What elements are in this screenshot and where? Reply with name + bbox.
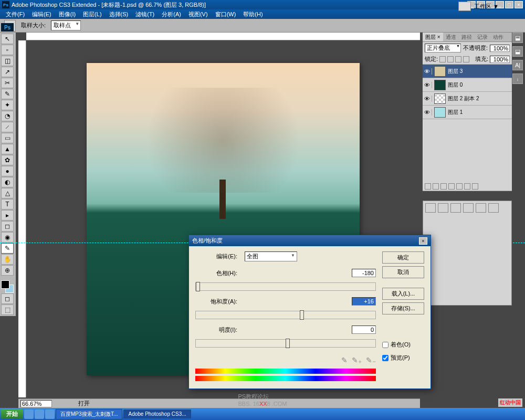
lightness-input[interactable]: 0 <box>352 326 376 334</box>
dialog-close-button[interactable]: × <box>419 237 427 245</box>
tool-zoom[interactable]: ⊕ <box>1 265 14 276</box>
tool-crop[interactable]: ✂ <box>1 78 14 88</box>
fill-input[interactable]: 100% <box>490 56 510 63</box>
menu-edit[interactable]: 编辑(E) <box>28 10 55 19</box>
tool-history-brush[interactable]: ▭ <box>1 133 14 143</box>
preview-checkbox[interactable] <box>382 355 388 361</box>
tool-shape[interactable]: ◻ <box>1 221 14 232</box>
tool-pen[interactable]: △ <box>1 188 14 198</box>
menu-help[interactable]: 帮助(H) <box>239 10 266 19</box>
layer-thumbnail[interactable] <box>434 66 446 77</box>
layer-mask-icon[interactable] <box>440 183 447 190</box>
layer-row[interactable]: 👁 图层 1 <box>423 106 512 119</box>
tool-marquee[interactable]: ▫ <box>1 45 14 55</box>
collapsed-panel-icon[interactable]: ⬓ <box>512 46 523 57</box>
tool-wand[interactable]: ↗ <box>1 67 14 77</box>
layer-row[interactable]: 👁 图层 2 副本 2 <box>423 92 512 106</box>
layer-style-icon[interactable] <box>433 183 439 190</box>
menu-select[interactable]: 选择(S) <box>106 10 132 19</box>
tool-stamp[interactable]: ⟋ <box>1 122 14 132</box>
hue-slider[interactable] <box>195 282 376 291</box>
colorize-checkbox[interactable] <box>382 342 388 348</box>
menu-image[interactable]: 图像(I) <box>55 10 79 19</box>
visibility-icon[interactable]: 👁 <box>423 82 432 88</box>
tool-blur[interactable]: ● <box>1 166 14 176</box>
visibility-icon[interactable]: 👁 <box>423 109 432 116</box>
menu-analysis[interactable]: 分析(A) <box>158 10 185 19</box>
eyedropper-icon[interactable]: ✎ <box>341 356 348 364</box>
zoom-field[interactable]: 66.67% <box>20 400 52 407</box>
dialog-titlebar[interactable]: 色相/饱和度 × <box>189 235 430 246</box>
tool-notes[interactable]: ◉ <box>1 232 14 243</box>
lightness-slider[interactable] <box>195 339 376 348</box>
load-button[interactable]: 载入(L)... <box>382 288 424 300</box>
tool-dodge[interactable]: ◐ <box>1 177 14 187</box>
layer-name[interactable]: 图层 1 <box>448 109 463 116</box>
tool-eraser[interactable]: ▲ <box>1 144 14 154</box>
foreground-color-swatch[interactable] <box>1 280 9 289</box>
tool-hand[interactable]: ✋ <box>1 254 14 265</box>
screen-mode-icon[interactable] <box>458 2 471 11</box>
taskbar-item[interactable]: Adobe Photoshop CS3... <box>123 410 191 418</box>
blend-mode-select[interactable]: 正片叠底 <box>425 44 461 52</box>
color-swatches[interactable] <box>1 280 14 293</box>
tab-layers[interactable]: 图层 × <box>423 33 443 41</box>
panel-icon[interactable] <box>438 203 448 213</box>
menu-layer[interactable]: 图层(L) <box>79 10 105 19</box>
tool-slice[interactable]: ✎ <box>1 89 14 99</box>
layer-name[interactable]: 图层 0 <box>448 81 463 89</box>
layer-thumbnail[interactable] <box>434 107 446 118</box>
layer-row[interactable]: 👁 图层 0 <box>423 78 512 92</box>
panel-icon[interactable] <box>425 203 436 213</box>
eyedropper-subtract-icon[interactable]: ✎₋ <box>366 356 376 364</box>
screen-mode-toggle[interactable]: ⬚ <box>1 304 14 315</box>
link-layers-icon[interactable] <box>425 183 431 190</box>
collapsed-panel-icon[interactable]: ⬓ <box>512 33 523 43</box>
menu-view[interactable]: 视图(V) <box>185 10 212 19</box>
tab-channels[interactable]: 通道 <box>443 33 459 41</box>
layer-row[interactable]: 👁 图层 3 <box>423 65 512 78</box>
tool-healing[interactable]: ✦ <box>1 100 14 110</box>
opacity-input[interactable]: 100% <box>490 45 510 52</box>
delete-layer-icon[interactable] <box>472 183 478 190</box>
workspace-select[interactable]: 工作区 ▼ <box>474 3 499 10</box>
lock-pixels-icon[interactable] <box>447 56 454 62</box>
quick-launch-icon[interactable] <box>45 410 55 419</box>
menu-file[interactable]: 文件(F) <box>2 10 28 19</box>
menu-filter[interactable]: 滤镜(T) <box>132 10 158 19</box>
save-button[interactable]: 存储(S)... <box>382 302 424 314</box>
layer-thumbnail[interactable] <box>434 93 446 104</box>
tool-type[interactable]: T <box>1 199 14 209</box>
visibility-icon[interactable]: 👁 <box>423 68 432 75</box>
tool-gradient[interactable]: ✿ <box>1 155 14 165</box>
panel-icon[interactable] <box>476 203 486 213</box>
doc-close-button[interactable]: × <box>514 1 523 8</box>
saturation-input[interactable]: +16 <box>352 297 376 306</box>
layer-thumbnail[interactable] <box>434 80 446 90</box>
quick-mask-toggle[interactable]: ◻ <box>1 293 14 304</box>
new-layer-icon[interactable] <box>464 183 470 190</box>
panel-icon[interactable] <box>488 203 499 213</box>
tab-history[interactable]: 记录 <box>475 33 490 41</box>
menu-window[interactable]: 窗口(W) <box>212 10 240 19</box>
panel-icon[interactable] <box>450 203 461 213</box>
doc-maximize-button[interactable]: □ <box>505 1 513 8</box>
eyedropper-add-icon[interactable]: ✎₊ <box>352 356 362 364</box>
layer-name[interactable]: 图层 3 <box>448 68 463 75</box>
tool-brush[interactable]: ◔ <box>1 111 14 121</box>
quick-launch-icon[interactable] <box>24 410 34 419</box>
adjustment-layer-icon[interactable] <box>448 183 455 190</box>
cancel-button[interactable]: 取消 <box>382 266 424 278</box>
lock-all-icon[interactable] <box>463 56 469 62</box>
lock-transparency-icon[interactable] <box>439 56 446 62</box>
layer-group-icon[interactable] <box>456 183 463 190</box>
tab-actions[interactable]: 动作 <box>490 33 506 41</box>
layer-name[interactable]: 图层 2 副本 2 <box>448 95 479 102</box>
quick-launch-icon[interactable] <box>35 410 44 419</box>
taskbar-item[interactable]: 百度MP3搜索_太刺激T... <box>56 409 122 419</box>
start-button[interactable]: 开始 <box>1 409 23 419</box>
visibility-icon[interactable]: 👁 <box>423 96 432 102</box>
tool-lasso[interactable]: ◫ <box>1 56 14 66</box>
tab-paths[interactable]: 路径 <box>459 33 475 41</box>
hue-input[interactable]: -180 <box>352 269 376 277</box>
